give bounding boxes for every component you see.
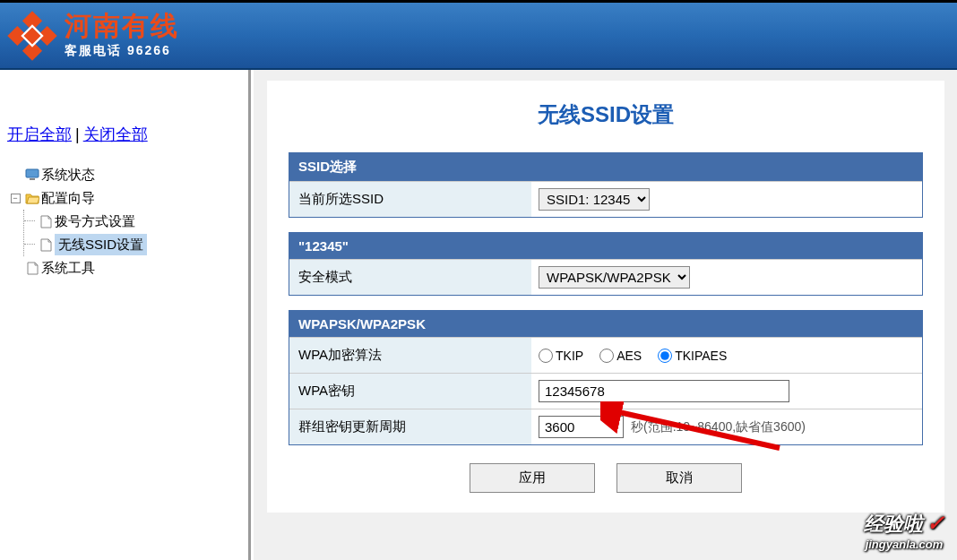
content-area: 无线SSID设置 SSID选择 当前所选SSID SSID1: 12345 "1…	[251, 70, 957, 560]
section-header: WPAPSK/WPA2PSK	[289, 311, 922, 337]
rekey-hint: 秒(范围:10~86400,缺省值3600)	[631, 419, 806, 435]
logo: 河南有线 客服电话 96266	[7, 11, 179, 61]
check-icon: ✓	[927, 511, 944, 535]
section-ssid-select: SSID选择 当前所选SSID SSID1: 12345	[289, 152, 923, 218]
tree-item-dial-setting[interactable]: 拨号方式设置	[24, 210, 241, 233]
brand-name: 河南有线	[65, 13, 179, 39]
watermark-text: 经验啦	[864, 513, 923, 535]
tree-label: 系统工具	[41, 257, 95, 279]
radio-label: TKIPAES	[675, 349, 727, 363]
svg-rect-6	[30, 178, 35, 180]
rekey-label: 群组密钥更新周期	[289, 409, 531, 444]
cancel-button[interactable]: 取消	[616, 463, 742, 493]
wpa-algo-label: WPA加密算法	[289, 338, 531, 373]
file-icon	[37, 215, 55, 228]
svg-rect-4	[22, 25, 42, 45]
file-icon	[23, 262, 41, 275]
wpa-algo-radio-group: TKIP AES TKIPAES	[539, 349, 727, 363]
wpa-key-label: WPA密钥	[289, 374, 531, 409]
radio-tkipaes-input[interactable]	[658, 349, 672, 363]
service-phone: 客服电话 96266	[65, 43, 179, 59]
current-ssid-label: 当前所选SSID	[289, 182, 531, 217]
radio-tkip[interactable]: TKIP	[539, 349, 583, 363]
section-header: "12345"	[289, 233, 922, 259]
folder-open-icon	[23, 193, 41, 204]
section-header: SSID选择	[289, 153, 922, 181]
section-wpa: WPAPSK/WPA2PSK WPA加密算法 TKIP AES	[289, 310, 923, 445]
header: 河南有线 客服电话 96266	[0, 0, 957, 70]
wpa-key-input[interactable]	[539, 380, 789, 402]
tree-label: 配置向导	[41, 187, 95, 209]
security-mode-label: 安全模式	[289, 260, 531, 295]
radio-aes[interactable]: AES	[599, 349, 642, 363]
page-title: 无线SSID设置	[289, 100, 923, 129]
radio-tkip-input[interactable]	[539, 349, 553, 363]
open-all-link[interactable]: 开启全部	[7, 125, 72, 143]
monitor-icon	[23, 168, 41, 181]
ssid-select[interactable]: SSID1: 12345	[539, 188, 650, 211]
tree-label: 拨号方式设置	[55, 211, 135, 232]
security-mode-select[interactable]: WPAPSK/WPA2PSK	[539, 266, 690, 289]
tree-label: 无线SSID设置	[55, 234, 147, 255]
svg-rect-5	[26, 169, 39, 177]
watermark: 经验啦✓ jingyanla.com	[864, 511, 944, 551]
tree-item-config-wizard[interactable]: − 配置向导	[7, 186, 241, 210]
tree-item-system-status[interactable]: 系统状态	[7, 163, 241, 186]
rekey-input[interactable]	[539, 416, 624, 438]
collapse-icon[interactable]: −	[11, 194, 21, 203]
radio-label: TKIP	[556, 349, 583, 363]
tree-item-wireless-ssid[interactable]: 无线SSID设置	[24, 233, 241, 256]
radio-label: AES	[616, 349, 642, 363]
radio-aes-input[interactable]	[599, 349, 614, 363]
watermark-url: jingyanla.com	[864, 538, 944, 551]
close-all-link[interactable]: 关闭全部	[83, 125, 148, 143]
radio-tkipaes[interactable]: TKIPAES	[658, 349, 727, 363]
tree-item-system-tools[interactable]: 系统工具	[7, 256, 241, 280]
sidebar-expand-controls: 开启全部|关闭全部	[7, 124, 241, 145]
file-icon	[37, 238, 55, 252]
button-row: 应用 取消	[289, 463, 923, 493]
section-security: "12345" 安全模式 WPAPSK/WPA2PSK	[289, 232, 923, 296]
content-panel: 无线SSID设置 SSID选择 当前所选SSID SSID1: 12345 "1…	[267, 81, 944, 513]
apply-button[interactable]: 应用	[470, 463, 595, 493]
nav-tree: 系统状态 − 配置向导 拨号方式设置	[7, 163, 241, 280]
sidebar: 开启全部|关闭全部 系统状态 − 配置向导	[0, 70, 251, 560]
tree-label: 系统状态	[41, 164, 95, 185]
logo-icon	[7, 11, 57, 61]
